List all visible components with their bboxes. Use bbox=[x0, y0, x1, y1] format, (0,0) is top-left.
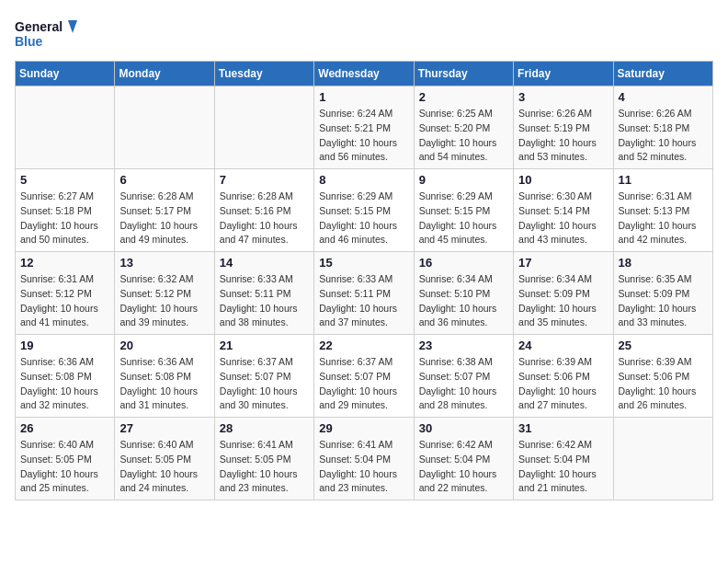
week-row-4: 19Sunrise: 6:36 AMSunset: 5:08 PMDayligh… bbox=[16, 335, 713, 418]
calendar-cell bbox=[214, 86, 313, 169]
day-number: 6 bbox=[119, 173, 209, 187]
day-number: 11 bbox=[619, 173, 708, 187]
day-info: Sunrise: 6:34 AMSunset: 5:10 PMDaylight:… bbox=[419, 272, 508, 330]
calendar-cell: 26Sunrise: 6:40 AMSunset: 5:05 PMDayligh… bbox=[16, 418, 115, 500]
day-number: 2 bbox=[419, 90, 508, 104]
calendar-cell: 7Sunrise: 6:28 AMSunset: 5:16 PMDaylight… bbox=[214, 169, 313, 252]
calendar-cell: 1Sunrise: 6:24 AMSunset: 5:21 PMDaylight… bbox=[314, 86, 414, 169]
svg-marker-2 bbox=[68, 20, 77, 33]
day-number: 18 bbox=[619, 256, 708, 270]
week-row-1: 1Sunrise: 6:24 AMSunset: 5:21 PMDaylight… bbox=[16, 86, 713, 169]
day-number: 10 bbox=[518, 173, 608, 187]
day-info: Sunrise: 6:28 AMSunset: 5:16 PMDaylight:… bbox=[220, 190, 309, 247]
calendar-cell: 11Sunrise: 6:31 AMSunset: 5:13 PMDayligh… bbox=[613, 169, 712, 252]
day-info: Sunrise: 6:31 AMSunset: 5:13 PMDaylight:… bbox=[619, 190, 708, 247]
calendar-cell: 27Sunrise: 6:40 AMSunset: 5:05 PMDayligh… bbox=[115, 418, 214, 500]
day-info: Sunrise: 6:31 AMSunset: 5:12 PMDaylight:… bbox=[20, 272, 109, 330]
day-info: Sunrise: 6:41 AMSunset: 5:05 PMDaylight:… bbox=[220, 438, 309, 496]
day-info: Sunrise: 6:33 AMSunset: 5:11 PMDaylight:… bbox=[220, 272, 309, 330]
day-info: Sunrise: 6:39 AMSunset: 5:06 PMDaylight:… bbox=[619, 355, 708, 413]
header-row: SundayMondayTuesdayWednesdayThursdayFrid… bbox=[16, 62, 713, 86]
calendar-cell: 17Sunrise: 6:34 AMSunset: 5:09 PMDayligh… bbox=[514, 252, 613, 335]
day-number: 3 bbox=[518, 90, 608, 104]
calendar-cell: 9Sunrise: 6:29 AMSunset: 5:15 PMDaylight… bbox=[414, 169, 513, 252]
day-number: 1 bbox=[319, 90, 408, 104]
day-number: 4 bbox=[619, 90, 708, 104]
day-number: 31 bbox=[518, 421, 608, 435]
calendar-cell: 24Sunrise: 6:39 AMSunset: 5:06 PMDayligh… bbox=[514, 335, 613, 418]
day-number: 17 bbox=[518, 256, 608, 270]
day-info: Sunrise: 6:26 AMSunset: 5:19 PMDaylight:… bbox=[518, 107, 608, 165]
week-row-5: 26Sunrise: 6:40 AMSunset: 5:05 PMDayligh… bbox=[16, 418, 713, 500]
day-info: Sunrise: 6:40 AMSunset: 5:05 PMDaylight:… bbox=[20, 438, 109, 496]
calendar-cell: 22Sunrise: 6:37 AMSunset: 5:07 PMDayligh… bbox=[314, 335, 414, 418]
day-number: 28 bbox=[220, 421, 309, 435]
calendar-cell: 23Sunrise: 6:38 AMSunset: 5:07 PMDayligh… bbox=[414, 335, 513, 418]
day-info: Sunrise: 6:36 AMSunset: 5:08 PMDaylight:… bbox=[20, 355, 109, 413]
column-header-saturday: Saturday bbox=[613, 62, 712, 86]
logo: General Blue bbox=[15, 15, 79, 52]
day-info: Sunrise: 6:29 AMSunset: 5:15 PMDaylight:… bbox=[419, 190, 508, 247]
day-number: 9 bbox=[419, 173, 508, 187]
day-info: Sunrise: 6:27 AMSunset: 5:18 PMDaylight:… bbox=[20, 190, 109, 247]
day-number: 7 bbox=[220, 173, 309, 187]
calendar-cell: 16Sunrise: 6:34 AMSunset: 5:10 PMDayligh… bbox=[414, 252, 513, 335]
day-number: 16 bbox=[419, 256, 508, 270]
column-header-friday: Friday bbox=[514, 62, 613, 86]
day-number: 23 bbox=[419, 339, 508, 352]
day-number: 5 bbox=[20, 173, 109, 187]
day-info: Sunrise: 6:24 AMSunset: 5:21 PMDaylight:… bbox=[319, 107, 408, 165]
day-info: Sunrise: 6:34 AMSunset: 5:09 PMDaylight:… bbox=[518, 272, 608, 330]
column-header-sunday: Sunday bbox=[16, 62, 115, 86]
day-info: Sunrise: 6:39 AMSunset: 5:06 PMDaylight:… bbox=[518, 355, 608, 413]
calendar-table: SundayMondayTuesdayWednesdayThursdayFrid… bbox=[15, 61, 713, 500]
week-row-3: 12Sunrise: 6:31 AMSunset: 5:12 PMDayligh… bbox=[16, 252, 713, 335]
calendar-cell: 19Sunrise: 6:36 AMSunset: 5:08 PMDayligh… bbox=[16, 335, 115, 418]
day-number: 19 bbox=[20, 339, 109, 352]
day-number: 27 bbox=[119, 421, 209, 435]
page-header: General Blue bbox=[15, 15, 713, 52]
calendar-cell bbox=[613, 418, 712, 500]
day-number: 30 bbox=[419, 421, 508, 435]
day-info: Sunrise: 6:38 AMSunset: 5:07 PMDaylight:… bbox=[419, 355, 508, 413]
day-info: Sunrise: 6:32 AMSunset: 5:12 PMDaylight:… bbox=[119, 272, 209, 330]
svg-text:Blue: Blue bbox=[15, 34, 43, 49]
day-info: Sunrise: 6:35 AMSunset: 5:09 PMDaylight:… bbox=[619, 272, 708, 330]
day-number: 26 bbox=[20, 421, 109, 435]
calendar-cell: 30Sunrise: 6:42 AMSunset: 5:04 PMDayligh… bbox=[414, 418, 513, 500]
calendar-cell: 3Sunrise: 6:26 AMSunset: 5:19 PMDaylight… bbox=[514, 86, 613, 169]
day-info: Sunrise: 6:37 AMSunset: 5:07 PMDaylight:… bbox=[319, 355, 408, 413]
svg-text:General: General bbox=[15, 19, 63, 34]
day-info: Sunrise: 6:30 AMSunset: 5:14 PMDaylight:… bbox=[518, 190, 608, 247]
logo-svg: General Blue bbox=[15, 15, 79, 52]
day-info: Sunrise: 6:26 AMSunset: 5:18 PMDaylight:… bbox=[619, 107, 708, 165]
day-number: 24 bbox=[518, 339, 608, 352]
day-info: Sunrise: 6:36 AMSunset: 5:08 PMDaylight:… bbox=[119, 355, 209, 413]
calendar-cell bbox=[16, 86, 115, 169]
calendar-cell: 15Sunrise: 6:33 AMSunset: 5:11 PMDayligh… bbox=[314, 252, 414, 335]
calendar-cell: 31Sunrise: 6:42 AMSunset: 5:04 PMDayligh… bbox=[514, 418, 613, 500]
calendar-cell: 13Sunrise: 6:32 AMSunset: 5:12 PMDayligh… bbox=[115, 252, 214, 335]
calendar-cell: 20Sunrise: 6:36 AMSunset: 5:08 PMDayligh… bbox=[115, 335, 214, 418]
calendar-cell: 18Sunrise: 6:35 AMSunset: 5:09 PMDayligh… bbox=[613, 252, 712, 335]
day-info: Sunrise: 6:25 AMSunset: 5:20 PMDaylight:… bbox=[419, 107, 508, 165]
calendar-cell: 21Sunrise: 6:37 AMSunset: 5:07 PMDayligh… bbox=[214, 335, 313, 418]
day-info: Sunrise: 6:41 AMSunset: 5:04 PMDaylight:… bbox=[319, 438, 408, 496]
column-header-tuesday: Tuesday bbox=[214, 62, 313, 86]
week-row-2: 5Sunrise: 6:27 AMSunset: 5:18 PMDaylight… bbox=[16, 169, 713, 252]
day-info: Sunrise: 6:29 AMSunset: 5:15 PMDaylight:… bbox=[319, 190, 408, 247]
day-number: 21 bbox=[220, 339, 309, 352]
day-number: 25 bbox=[619, 339, 708, 352]
calendar-cell: 5Sunrise: 6:27 AMSunset: 5:18 PMDaylight… bbox=[16, 169, 115, 252]
column-header-wednesday: Wednesday bbox=[314, 62, 414, 86]
day-number: 14 bbox=[220, 256, 309, 270]
day-number: 22 bbox=[319, 339, 408, 352]
calendar-cell: 14Sunrise: 6:33 AMSunset: 5:11 PMDayligh… bbox=[214, 252, 313, 335]
calendar-cell bbox=[115, 86, 214, 169]
day-info: Sunrise: 6:33 AMSunset: 5:11 PMDaylight:… bbox=[319, 272, 408, 330]
day-info: Sunrise: 6:42 AMSunset: 5:04 PMDaylight:… bbox=[419, 438, 508, 496]
column-header-monday: Monday bbox=[115, 62, 214, 86]
day-number: 15 bbox=[319, 256, 408, 270]
day-number: 13 bbox=[119, 256, 209, 270]
calendar-cell: 4Sunrise: 6:26 AMSunset: 5:18 PMDaylight… bbox=[613, 86, 712, 169]
